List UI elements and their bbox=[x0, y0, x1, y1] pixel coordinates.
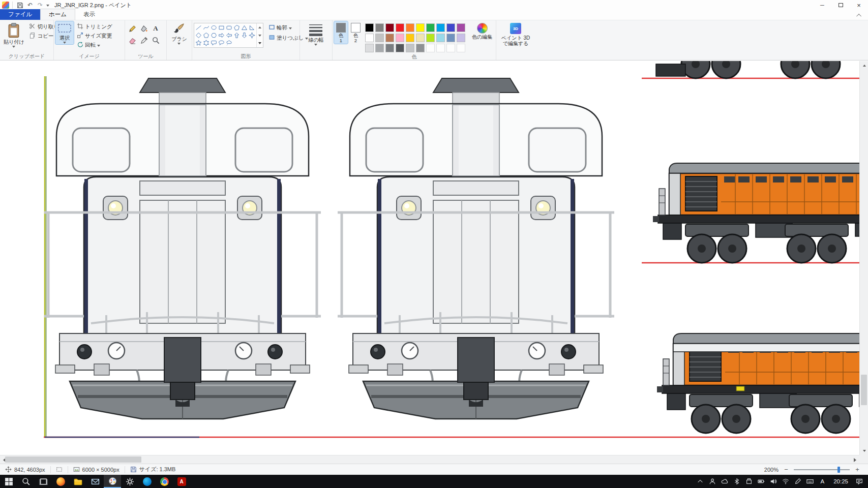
vertical-scroll-thumb[interactable] bbox=[861, 375, 867, 405]
tab-file[interactable]: ファイル bbox=[0, 9, 40, 20]
shape-diamond-icon[interactable] bbox=[195, 32, 202, 39]
palette-swatch[interactable] bbox=[457, 34, 465, 42]
bluetooth-icon[interactable] bbox=[731, 475, 743, 488]
zoom-slider-thumb[interactable] bbox=[837, 467, 840, 473]
palette-swatch[interactable] bbox=[406, 44, 414, 52]
taskbar-explorer[interactable] bbox=[69, 475, 86, 488]
palette-swatch[interactable] bbox=[416, 34, 425, 42]
stroke-width-button[interactable]: 線の幅 bbox=[306, 21, 325, 46]
color1-button[interactable]: 色1 bbox=[334, 21, 348, 44]
action-center-icon[interactable] bbox=[853, 475, 865, 488]
shape-cloud-callout-icon[interactable] bbox=[225, 39, 233, 47]
eraser-tool[interactable] bbox=[127, 35, 138, 46]
shape-scroll-down-icon[interactable] bbox=[257, 32, 263, 40]
taskbar-settings[interactable] bbox=[121, 475, 138, 488]
zoom-in-button[interactable]: + bbox=[854, 466, 861, 473]
shape-triangle-icon[interactable] bbox=[241, 24, 248, 32]
select-button[interactable]: 選択 bbox=[55, 21, 74, 44]
usb-icon[interactable] bbox=[743, 475, 755, 488]
search-button[interactable] bbox=[17, 475, 35, 488]
shape-rectangle-icon[interactable] bbox=[218, 24, 225, 32]
palette-swatch[interactable] bbox=[385, 34, 394, 42]
magnifier-tool[interactable] bbox=[150, 35, 161, 46]
close-button[interactable]: × bbox=[850, 0, 868, 10]
qat-dropdown-icon[interactable] bbox=[46, 5, 49, 7]
redo-icon[interactable]: ↷ bbox=[36, 1, 44, 9]
palette-swatch-empty[interactable] bbox=[446, 44, 455, 52]
shape-four-point-star-icon[interactable] bbox=[248, 32, 256, 39]
taskbar-chrome[interactable] bbox=[156, 475, 173, 488]
tab-home[interactable]: ホーム bbox=[40, 9, 75, 20]
palette-swatch[interactable] bbox=[385, 23, 394, 32]
shape-arrow-down-icon[interactable] bbox=[241, 32, 248, 39]
wifi-icon[interactable] bbox=[780, 475, 792, 488]
palette-swatch[interactable] bbox=[446, 23, 455, 32]
palette-swatch[interactable] bbox=[406, 34, 414, 42]
shape-six-point-star-icon[interactable] bbox=[202, 39, 210, 47]
shape-arrow-left-icon[interactable] bbox=[225, 32, 233, 39]
zoom-slider[interactable] bbox=[794, 466, 850, 473]
zoom-out-button[interactable]: − bbox=[783, 466, 790, 473]
battery-icon[interactable] bbox=[755, 475, 767, 488]
pencil-tool[interactable] bbox=[127, 23, 138, 34]
taskbar-paint-active[interactable] bbox=[104, 475, 121, 488]
cloud-icon[interactable] bbox=[719, 475, 731, 488]
shape-polygon-icon[interactable] bbox=[233, 24, 241, 32]
taskbar-clock[interactable]: 20:25 bbox=[828, 478, 853, 484]
palette-swatch[interactable] bbox=[375, 44, 384, 52]
palette-swatch[interactable] bbox=[396, 23, 404, 32]
shape-pentagon-icon[interactable] bbox=[202, 32, 210, 39]
palette-swatch-empty[interactable] bbox=[457, 44, 465, 52]
edit-colors-button[interactable]: 色の編集 bbox=[469, 21, 495, 40]
shape-hexagon-icon[interactable] bbox=[210, 32, 218, 39]
shape-rounded-callout-icon[interactable] bbox=[210, 39, 218, 47]
taskbar-firefox[interactable] bbox=[52, 475, 69, 488]
brushes-button[interactable]: ブラシ bbox=[169, 21, 189, 45]
color-picker-tool[interactable] bbox=[138, 35, 149, 46]
palette-swatch[interactable] bbox=[365, 23, 374, 32]
shape-gallery-more-icon[interactable] bbox=[257, 39, 263, 47]
palette-swatch-empty[interactable] bbox=[436, 44, 445, 52]
palette-swatch[interactable] bbox=[416, 23, 425, 32]
people-icon[interactable] bbox=[706, 475, 719, 488]
taskbar-mail[interactable] bbox=[86, 475, 104, 488]
shape-line-icon[interactable] bbox=[195, 24, 202, 32]
palette-swatch[interactable] bbox=[375, 23, 384, 32]
palette-swatch[interactable] bbox=[457, 23, 465, 32]
tray-expand-icon[interactable] bbox=[694, 475, 706, 488]
resize-button[interactable]: サイズ変更 bbox=[75, 32, 114, 40]
shape-curve-icon[interactable] bbox=[202, 24, 210, 32]
undo-icon[interactable]: ↶ bbox=[26, 1, 34, 9]
tab-view[interactable]: 表示 bbox=[75, 9, 103, 20]
crop-button[interactable]: トリミング bbox=[75, 22, 114, 31]
collapse-ribbon-icon[interactable] bbox=[856, 13, 863, 18]
drawing-canvas[interactable] bbox=[0, 61, 859, 455]
scroll-up-icon[interactable] bbox=[860, 61, 868, 70]
touch-keyboard-icon[interactable] bbox=[804, 475, 816, 488]
shape-arrow-up-icon[interactable] bbox=[233, 32, 241, 39]
paint3d-button[interactable]: 3D ペイント 3D で編集する bbox=[499, 21, 532, 47]
palette-swatch[interactable] bbox=[426, 34, 435, 42]
start-button[interactable] bbox=[0, 475, 17, 488]
ime-mode-indicator[interactable]: A bbox=[816, 478, 828, 484]
taskbar-edge[interactable] bbox=[138, 475, 156, 488]
scroll-right-icon[interactable] bbox=[851, 455, 859, 464]
palette-swatch[interactable] bbox=[406, 23, 414, 32]
scroll-down-icon[interactable] bbox=[860, 446, 868, 455]
palette-swatch[interactable] bbox=[436, 34, 445, 42]
fill-tool[interactable] bbox=[138, 23, 149, 34]
palette-swatch[interactable] bbox=[385, 44, 394, 52]
shape-rounded-rectangle-icon[interactable] bbox=[225, 24, 233, 32]
color2-button[interactable]: 色2 bbox=[349, 21, 363, 44]
palette-swatch[interactable] bbox=[446, 34, 455, 42]
shape-arrow-right-icon[interactable] bbox=[218, 32, 225, 39]
volume-icon[interactable] bbox=[767, 475, 780, 488]
palette-swatch[interactable] bbox=[416, 44, 425, 52]
save-icon[interactable] bbox=[16, 1, 24, 9]
shape-five-point-star-icon[interactable] bbox=[195, 39, 202, 47]
rotate-button[interactable]: 回転 bbox=[75, 41, 114, 49]
maximize-button[interactable] bbox=[831, 0, 850, 10]
shape-oval-icon[interactable] bbox=[210, 24, 218, 32]
shape-scroll-up-icon[interactable] bbox=[257, 23, 263, 32]
vertical-scrollbar[interactable] bbox=[859, 61, 868, 455]
